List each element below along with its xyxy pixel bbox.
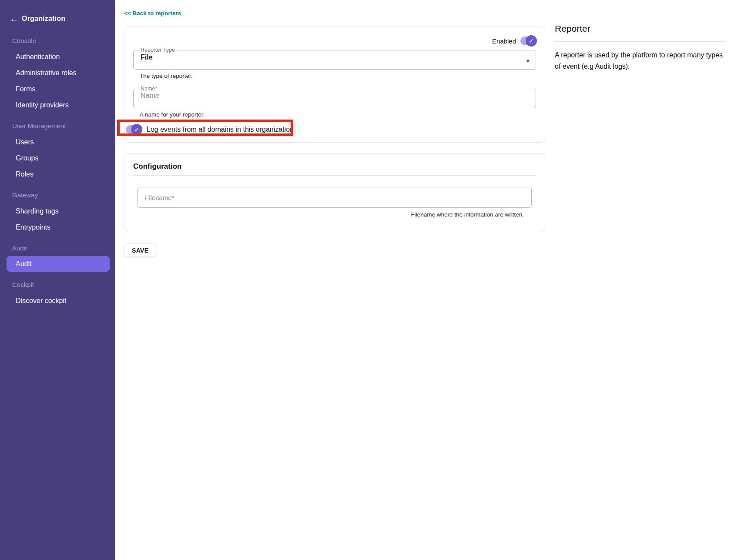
name-helper: A name for your reporter. [140, 111, 536, 118]
reporter-type-select[interactable]: Reporter Type File ▾ [133, 48, 536, 70]
configuration-card: Configuration Filename where the informa… [124, 153, 545, 232]
sidebar-item-sharding-tags[interactable]: Sharding tags [0, 203, 115, 219]
sidebar-item-roles[interactable]: Roles [0, 166, 115, 182]
configuration-divider [133, 175, 536, 176]
sidebar-section-audit: Audit [0, 244, 115, 253]
reporter-general-card: Enabled ✓ Reporter Type File ▾ The type … [124, 27, 545, 143]
main-content: << Back to reporters Enabled ✓ Reporter … [124, 0, 545, 560]
save-button[interactable]: SAVE [124, 243, 156, 257]
reporter-info-panel: Reporter A reporter is used by the platf… [555, 0, 725, 560]
org-domains-toggle[interactable]: ✓ [126, 125, 141, 134]
name-field: Name* [133, 87, 536, 108]
enabled-toggle[interactable]: ✓ [520, 37, 536, 45]
sidebar-item-users[interactable]: Users [0, 134, 115, 150]
sidebar: ← Organization Console Authentication Ad… [0, 0, 115, 560]
sidebar-title: Organization [22, 15, 65, 23]
sidebar-item-audit[interactable]: Audit [7, 256, 110, 272]
filename-field [137, 187, 532, 208]
back-arrow-icon[interactable]: ← [10, 14, 22, 24]
configuration-title: Configuration [133, 162, 536, 171]
select-caret-icon: ▾ [526, 57, 530, 64]
sidebar-header: ← Organization [0, 0, 115, 28]
name-input[interactable] [141, 91, 529, 100]
reporter-info-divider [555, 41, 725, 42]
enabled-row: Enabled ✓ [133, 36, 536, 46]
enabled-label: Enabled [492, 37, 516, 45]
sidebar-item-groups[interactable]: Groups [0, 150, 115, 166]
reporter-info-description: A reporter is used by the platform to re… [555, 50, 725, 72]
sidebar-item-entrypoints[interactable]: Entrypoints [0, 219, 115, 235]
sidebar-section-console: Console [0, 37, 115, 45]
org-toggle-label: Log events from all domains in this orga… [147, 126, 294, 133]
reporter-info-title: Reporter [555, 23, 725, 34]
filename-input[interactable] [145, 194, 524, 201]
sidebar-item-forms[interactable]: Forms [0, 81, 115, 97]
sidebar-item-identity-providers[interactable]: Identity providers [0, 97, 115, 113]
check-icon: ✓ [526, 35, 537, 47]
reporter-type-label: Reporter Type [139, 48, 177, 52]
back-to-reporters-link[interactable]: << Back to reporters [124, 10, 181, 17]
reporter-type-helper: The type of reporter. [140, 73, 536, 80]
sidebar-section-user-management: User Management [0, 122, 115, 130]
sidebar-section-gateway: Gateway [0, 191, 115, 200]
name-label: Name* [139, 87, 159, 91]
reporter-type-value: File [141, 52, 529, 61]
sidebar-section-cockpit: Cockpit [0, 280, 115, 289]
check-icon: ✓ [131, 124, 142, 135]
sidebar-item-discover-cockpit[interactable]: Discover cockpit [0, 293, 115, 309]
org-toggle-row: ✓ Log events from all domains in this or… [126, 124, 294, 135]
sidebar-item-authentication[interactable]: Authentication [0, 49, 115, 65]
sidebar-item-administrative-roles[interactable]: Administrative roles [0, 65, 115, 81]
filename-helper: Filename where the information are writt… [133, 211, 524, 218]
